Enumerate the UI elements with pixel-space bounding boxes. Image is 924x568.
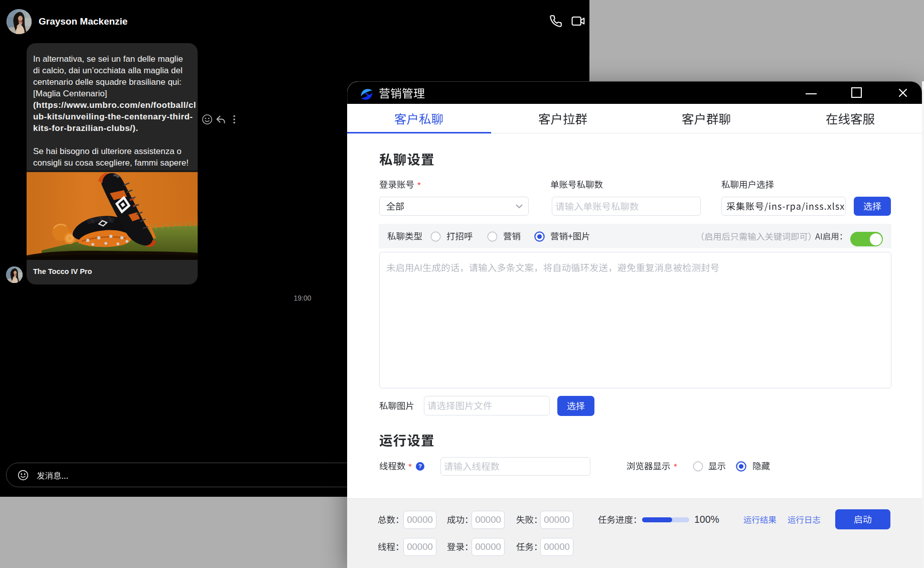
svg-text:?: ? [418,463,422,469]
